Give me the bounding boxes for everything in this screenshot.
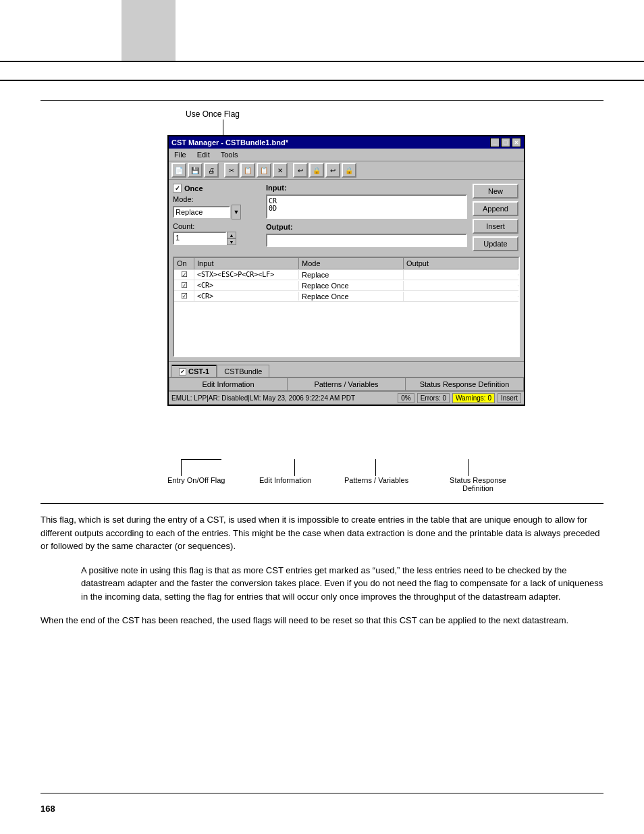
mode-dropdown-arrow[interactable]: ▼ xyxy=(232,205,241,219)
count-input-wrap: 1 ▲ ▼ xyxy=(173,232,261,245)
output-text-area[interactable] xyxy=(266,234,467,247)
bottom-hr xyxy=(41,793,603,793)
toolbar-delete-btn[interactable]: ✕ xyxy=(273,163,288,178)
count-section: Count: 1 ▲ ▼ xyxy=(173,222,261,245)
table-empty-area xyxy=(174,302,518,356)
mode-value: Replace xyxy=(176,208,203,216)
status-percent: 0% xyxy=(398,393,414,403)
count-spinners: ▲ ▼ xyxy=(227,232,236,245)
middle-hr xyxy=(41,503,603,504)
cst-manager-window: CST Manager - CSTBundle1.bnd* _ □ × File… xyxy=(167,135,525,406)
top-hr xyxy=(41,100,603,101)
toolbar-extra1-btn[interactable]: ↩ xyxy=(325,163,340,178)
mode-label: Mode: xyxy=(173,195,261,203)
status-text: EMUL: LPP|AR: Disabled|LM: May 23, 2006 … xyxy=(171,394,395,402)
body-paragraph-3: When the end of the CST has been reached… xyxy=(41,614,603,627)
annotation-status-response: Status ResponseDefinition xyxy=(437,476,518,492)
toolbar-paste-btn[interactable]: 📋 xyxy=(257,163,271,178)
input-label: Input: xyxy=(266,184,467,192)
tab-cst1-checkbox[interactable]: ✓ xyxy=(179,368,186,375)
tabs-row: ✓ CST-1 CSTBundle xyxy=(169,361,524,377)
output-label: Output: xyxy=(266,223,467,231)
annotation-use-once-flag: Use Once Flag xyxy=(186,109,240,119)
annotation-entry-on-off: Entry On/Off Flag xyxy=(167,476,225,484)
row2-input: <CR> xyxy=(194,292,299,301)
main-controls: ✓ Once Mode: Replace ▼ Count: xyxy=(169,180,524,361)
mode-select-box[interactable]: Replace xyxy=(173,206,230,218)
body-paragraph-1: This flag, which is set during the entry… xyxy=(41,513,603,553)
toolbar-extra2-btn[interactable]: 🔒 xyxy=(342,163,356,178)
table-row[interactable]: ☑ <CR> Replace Once xyxy=(174,280,518,291)
status-warnings: Warnings: 0 xyxy=(452,393,495,403)
col-mode: Mode xyxy=(299,258,404,269)
append-button[interactable]: Append xyxy=(473,201,518,216)
menu-tools[interactable]: Tools xyxy=(218,150,241,159)
mode-section: Mode: Replace ▼ xyxy=(173,195,261,219)
page-number: 168 xyxy=(41,804,55,814)
maximize-button[interactable]: □ xyxy=(501,138,510,147)
status-errors: Errors: 0 xyxy=(417,393,450,403)
new-button[interactable]: New xyxy=(473,184,518,199)
toolbar-print-btn[interactable]: 🖨 xyxy=(204,163,219,178)
toolbar-lock-btn[interactable]: 🔒 xyxy=(309,163,324,178)
input-text-area[interactable]: CR 0D xyxy=(266,194,467,219)
toolbar-save-btn[interactable]: 💾 xyxy=(188,163,203,178)
table-header: On Input Mode Output xyxy=(174,258,518,269)
annotation-line-entry-on-off-h xyxy=(181,459,221,460)
left-panel: ✓ Once Mode: Replace ▼ Count: xyxy=(173,184,261,245)
minimize-button[interactable]: _ xyxy=(490,138,500,147)
bottom-tabs: Edit Information Patterns / Variables St… xyxy=(169,377,524,391)
menu-edit[interactable]: Edit xyxy=(194,150,213,159)
col-on: On xyxy=(174,258,194,269)
toolbar-copy-btn[interactable]: 📋 xyxy=(240,163,255,178)
annotation-line-edit-info xyxy=(294,459,295,476)
row0-output xyxy=(404,274,518,276)
tab-cstbundle-label: CSTBundle xyxy=(224,367,262,375)
annotation-line-status xyxy=(468,459,469,476)
cst-table: On Input Mode Output ☑ <STX><ESC>P<CR><L… xyxy=(173,257,520,357)
input-line-cr: CR xyxy=(269,197,464,205)
row0-mode: Replace xyxy=(299,270,404,280)
table-row[interactable]: ☑ <STX><ESC>P<CR><LF> Replace xyxy=(174,269,518,280)
row1-mode: Replace Once xyxy=(299,281,404,290)
window-title: CST Manager - CSTBundle1.bnd* xyxy=(171,138,288,147)
row1-output xyxy=(404,285,518,286)
annotation-patterns-variables: Patterns / Variables xyxy=(344,476,408,484)
status-bar: EMUL: LPP|AR: Disabled|LM: May 23, 2006 … xyxy=(169,391,524,405)
row2-on: ☑ xyxy=(174,291,194,301)
menu-file[interactable]: File xyxy=(171,150,189,159)
row2-output xyxy=(404,296,518,297)
input-line-0d: 0D xyxy=(269,205,464,212)
toolbar-undo-btn[interactable]: ↩ xyxy=(293,163,308,178)
close-button[interactable]: × xyxy=(512,138,521,147)
tab-cst1-label: CST-1 xyxy=(188,367,209,375)
count-up-btn[interactable]: ▲ xyxy=(227,232,236,238)
row1-on: ☑ xyxy=(174,280,194,290)
once-checkbox[interactable]: ✓ xyxy=(173,184,182,192)
count-down-btn[interactable]: ▼ xyxy=(227,238,236,245)
annotation-line-patterns xyxy=(375,459,376,476)
once-label: Once xyxy=(184,184,203,192)
tab-cst1[interactable]: ✓ CST-1 xyxy=(171,365,217,377)
row2-mode: Replace Once xyxy=(299,292,404,301)
toolbar: 📄 💾 🖨 ✂ 📋 📋 ✕ ↩ 🔒 ↩ 🔒 xyxy=(169,161,524,180)
annotation-line-entry-on-off xyxy=(181,459,182,476)
row0-on: ☑ xyxy=(174,269,194,280)
tab-patterns-variables[interactable]: Patterns / Variables xyxy=(287,377,405,391)
body-paragraph-2-text: A positive note in using this flag is th… xyxy=(81,564,603,604)
top-rule xyxy=(0,61,644,62)
right-action-buttons: New Append Insert Update xyxy=(473,184,520,251)
toolbar-new-btn[interactable]: 📄 xyxy=(171,163,186,178)
annotation-edit-information: Edit Information xyxy=(259,476,311,484)
tab-edit-information[interactable]: Edit Information xyxy=(169,377,287,391)
body-paragraph-3-text: When the end of the CST has been reached… xyxy=(41,614,603,627)
table-row[interactable]: ☑ <CR> Replace Once xyxy=(174,291,518,302)
insert-button[interactable]: Insert xyxy=(473,219,518,234)
col-input: Input xyxy=(194,258,299,269)
tab-cstbundle[interactable]: CSTBundle xyxy=(217,365,269,377)
status-insert: Insert xyxy=(498,393,521,403)
count-input[interactable]: 1 xyxy=(173,232,227,245)
tab-status-response[interactable]: Status Response Definition xyxy=(405,377,524,391)
toolbar-cut-btn[interactable]: ✂ xyxy=(224,163,239,178)
update-button[interactable]: Update xyxy=(473,236,518,251)
